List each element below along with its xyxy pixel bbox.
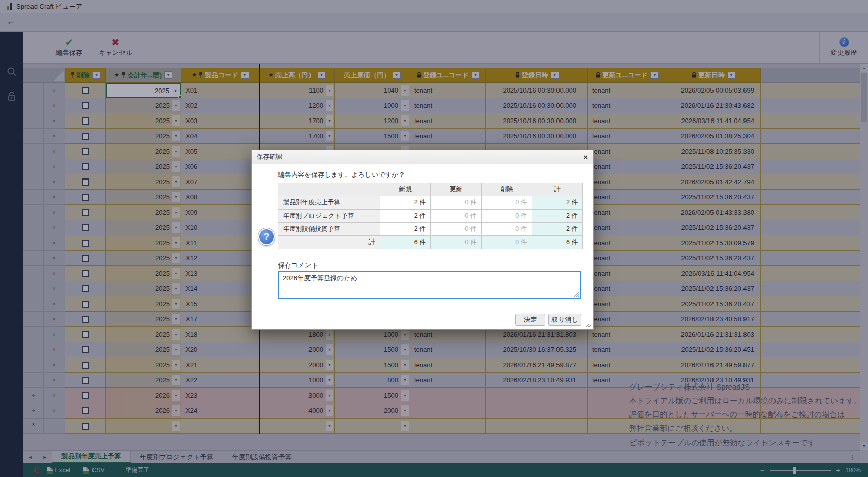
summary-value: 0 件 — [481, 196, 532, 210]
summary-row: 年度別設備投資予算2 件0 件0 件2 件 — [278, 223, 583, 236]
summary-row: 製品別年度売上予算2 件0 件0 件2 件 — [278, 196, 583, 210]
summary-row-label: 製品別年度売上予算 — [278, 196, 380, 210]
summary-row-label: 計 — [278, 236, 380, 249]
question-icon: ? — [258, 228, 275, 245]
ok-button[interactable]: 決定 — [515, 314, 545, 326]
save-comment-label: 保存コメント — [278, 261, 318, 270]
dialog-title: 保存確認 — [257, 153, 282, 161]
dialog-cancel-button[interactable]: 取り消し — [548, 314, 581, 326]
summary-col-header: 計 — [532, 183, 583, 196]
dialog-resize-grip[interactable] — [584, 321, 591, 327]
dialog-close-icon[interactable]: × — [583, 153, 588, 161]
save-confirm-dialog: 保存確認 × 編集内容を保存します。よろしいですか？ ? 新規更新削除計 製品別… — [251, 150, 594, 330]
summary-col-sheet — [278, 183, 380, 196]
summary-row: 計6 件0 件0 件6 件 — [278, 236, 583, 249]
dialog-title-bar: 保存確認 × — [252, 150, 593, 164]
summary-value: 6 件 — [380, 236, 431, 249]
summary-row-label: 年度別設備投資予算 — [278, 223, 380, 236]
summary-value: 2 件 — [380, 223, 431, 236]
summary-row-label: 年度別プロジェクト予算 — [278, 210, 380, 223]
summary-col-header: 新規 — [380, 183, 431, 196]
dialog-message: 編集内容を保存します。よろしいですか？ — [278, 170, 405, 180]
save-comment-input[interactable]: 2026年度予算登録のため — [278, 271, 581, 299]
dialog-footer-divider — [252, 310, 593, 310]
summary-value: 2 件 — [380, 196, 431, 210]
summary-value: 2 件 — [532, 210, 583, 223]
summary-col-header: 更新 — [430, 183, 481, 196]
summary-value: 2 件 — [532, 223, 583, 236]
summary-value: 0 件 — [430, 236, 481, 249]
summary-value: 2 件 — [380, 210, 431, 223]
save-summary-table: 新規更新削除計 製品別年度売上予算2 件0 件0 件2 件年度別プロジェクト予算… — [278, 183, 583, 249]
summary-value: 6 件 — [532, 236, 583, 249]
summary-value: 0 件 — [481, 210, 532, 223]
summary-value: 0 件 — [430, 210, 481, 223]
summary-value: 0 件 — [481, 223, 532, 236]
summary-value: 0 件 — [430, 223, 481, 236]
summary-value: 2 件 — [532, 196, 583, 210]
app-window: Spread Craft ビューア ← ✔ 編集保存 ✖ キャンセル i 変更履… — [0, 0, 868, 477]
summary-row: 年度別プロジェクト予算2 件0 件0 件2 件 — [278, 210, 583, 223]
summary-value: 0 件 — [430, 196, 481, 210]
summary-value: 0 件 — [481, 236, 532, 249]
summary-col-header: 削除 — [481, 183, 532, 196]
